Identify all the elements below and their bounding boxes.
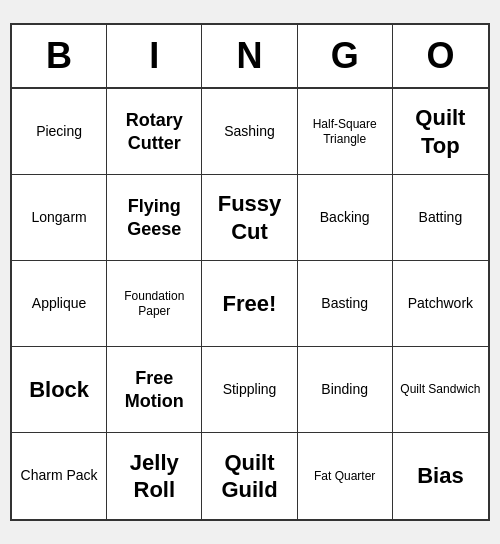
bingo-cell-16: Free Motion	[107, 347, 202, 433]
bingo-cell-9: Batting	[393, 175, 488, 261]
bingo-cell-23: Fat Quarter	[298, 433, 393, 519]
bingo-cell-6: Flying Geese	[107, 175, 202, 261]
bingo-cell-18: Binding	[298, 347, 393, 433]
bingo-cell-8: Backing	[298, 175, 393, 261]
bingo-cell-7: Fussy Cut	[202, 175, 297, 261]
bingo-cell-10: Applique	[12, 261, 107, 347]
bingo-cell-0: Piecing	[12, 89, 107, 175]
header-letter-n: N	[202, 25, 297, 87]
bingo-cell-14: Patchwork	[393, 261, 488, 347]
bingo-cell-2: Sashing	[202, 89, 297, 175]
bingo-cell-13: Basting	[298, 261, 393, 347]
header-letter-b: B	[12, 25, 107, 87]
bingo-cell-11: Foundation Paper	[107, 261, 202, 347]
bingo-cell-5: Longarm	[12, 175, 107, 261]
bingo-cell-22: Quilt Guild	[202, 433, 297, 519]
header-letter-o: O	[393, 25, 488, 87]
header-letter-i: I	[107, 25, 202, 87]
bingo-cell-21: Jelly Roll	[107, 433, 202, 519]
bingo-cell-24: Bias	[393, 433, 488, 519]
header-letter-g: G	[298, 25, 393, 87]
bingo-cell-3: Half-Square Triangle	[298, 89, 393, 175]
bingo-cell-20: Charm Pack	[12, 433, 107, 519]
bingo-cell-4: Quilt Top	[393, 89, 488, 175]
bingo-cell-12: Free!	[202, 261, 297, 347]
bingo-cell-15: Block	[12, 347, 107, 433]
bingo-grid: PiecingRotary CutterSashingHalf-Square T…	[12, 89, 488, 519]
bingo-card: BINGO PiecingRotary CutterSashingHalf-Sq…	[10, 23, 490, 521]
bingo-cell-17: Stippling	[202, 347, 297, 433]
bingo-cell-1: Rotary Cutter	[107, 89, 202, 175]
bingo-cell-19: Quilt Sandwich	[393, 347, 488, 433]
bingo-header: BINGO	[12, 25, 488, 89]
